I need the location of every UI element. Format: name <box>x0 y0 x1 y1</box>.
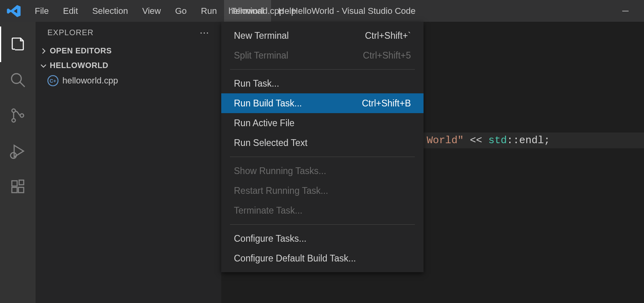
activity-extensions[interactable] <box>0 169 36 205</box>
code-token-semicolon: ; <box>544 134 550 146</box>
menu-run[interactable]: Run <box>194 0 224 22</box>
dd-shortcut: Ctrl+Shift+B <box>362 98 411 109</box>
dd-run-task[interactable]: Run Task... <box>221 74 424 93</box>
dd-label: Show Running Tasks... <box>234 166 326 176</box>
dd-shortcut: Ctrl+Shift+` <box>365 30 411 41</box>
tree-file[interactable]: C+ helloworld.cpp <box>36 73 221 89</box>
dd-run-selected-text[interactable]: Run Selected Text <box>221 133 424 153</box>
dd-split-terminal: Split Terminal Ctrl+Shift+5 <box>221 45 424 65</box>
menu-view[interactable]: View <box>135 0 168 22</box>
activity-source-control[interactable] <box>0 98 36 133</box>
tree-section-label: OPEN EDITORS <box>50 46 112 55</box>
dd-separator <box>230 69 415 70</box>
window-controls <box>614 0 644 22</box>
tree-section-label: HELLOWORLD <box>50 61 108 70</box>
dd-new-terminal[interactable]: New Terminal Ctrl+Shift+` <box>221 26 424 45</box>
code-token-endl: endl <box>519 134 544 146</box>
dd-label: Run Selected Text <box>234 138 307 148</box>
menu-selection[interactable]: Selection <box>85 0 135 22</box>
svg-rect-7 <box>12 181 17 186</box>
tree-section-open-editors[interactable]: OPEN EDITORS <box>36 44 221 58</box>
menu-go[interactable]: Go <box>168 0 194 22</box>
svg-rect-9 <box>19 187 24 193</box>
svg-point-1 <box>11 74 21 83</box>
svg-point-3 <box>12 109 15 112</box>
dd-label: Run Build Task... <box>234 98 302 109</box>
activity-run-debug[interactable] <box>0 133 36 169</box>
svg-point-6 <box>11 153 17 159</box>
minimize-button[interactable] <box>614 7 636 15</box>
tree-file-label: helloworld.cpp <box>62 76 118 86</box>
code-token-string: World" <box>427 134 464 146</box>
code-token-colon: :: <box>507 134 519 146</box>
dd-shortcut: Ctrl+Shift+5 <box>363 50 411 61</box>
tree-section-project[interactable]: HELLOWORLD <box>36 58 221 73</box>
titlebar: File Edit Selection View Go Run Terminal… <box>0 0 644 22</box>
dd-label: Configure Tasks... <box>234 233 307 244</box>
code-token-operator: << <box>464 134 488 146</box>
dd-label: Run Active File <box>234 118 294 129</box>
dd-label: Run Task... <box>234 78 279 89</box>
dd-restart-running-task: Restart Running Task... <box>221 181 424 201</box>
svg-rect-10 <box>19 180 24 185</box>
menu-edit[interactable]: Edit <box>56 0 85 22</box>
window-title: helloworld.cpp - HelloWorld - Visual Stu… <box>228 6 416 16</box>
dd-show-running-tasks: Show Running Tasks... <box>221 161 424 181</box>
dd-label: Configure Default Build Task... <box>234 253 356 264</box>
activity-bar <box>0 22 36 303</box>
dd-terminate-task: Terminate Task... <box>221 201 424 220</box>
dd-run-active-file[interactable]: Run Active File <box>221 113 424 133</box>
dd-run-build-task[interactable]: Run Build Task... Ctrl+Shift+B <box>221 93 424 113</box>
svg-point-4 <box>12 119 15 122</box>
chevron-down-icon <box>40 62 47 70</box>
terminal-dropdown: New Terminal Ctrl+Shift+` Split Terminal… <box>221 22 424 272</box>
sidebar-header: EXPLORER ⋯ <box>36 22 221 44</box>
sidebar: EXPLORER ⋯ OPEN EDITORS HELLOWORLD C+ he… <box>36 22 221 303</box>
dd-label: Restart Running Task... <box>234 186 328 196</box>
code-token-namespace: std <box>488 134 507 146</box>
dd-separator <box>230 157 415 157</box>
dd-configure-default-build-task[interactable]: Configure Default Build Task... <box>221 248 424 268</box>
sidebar-more-icon[interactable]: ⋯ <box>200 27 209 38</box>
svg-point-5 <box>20 114 24 117</box>
activity-search[interactable] <box>0 62 36 98</box>
chevron-right-icon <box>40 47 47 55</box>
dd-label: Terminate Task... <box>234 205 302 216</box>
dd-label: Split Terminal <box>234 50 288 61</box>
dd-configure-tasks[interactable]: Configure Tasks... <box>221 229 424 248</box>
dd-label: New Terminal <box>234 30 289 41</box>
menu-file[interactable]: File <box>28 0 56 22</box>
sidebar-title: EXPLORER <box>47 28 94 37</box>
svg-rect-8 <box>12 187 17 193</box>
svg-text:C+: C+ <box>50 78 56 84</box>
dd-separator <box>230 224 415 225</box>
activity-explorer[interactable] <box>0 27 36 62</box>
svg-line-2 <box>20 82 24 87</box>
vscode-logo-icon <box>0 4 28 19</box>
cpp-file-icon: C+ <box>47 75 58 86</box>
